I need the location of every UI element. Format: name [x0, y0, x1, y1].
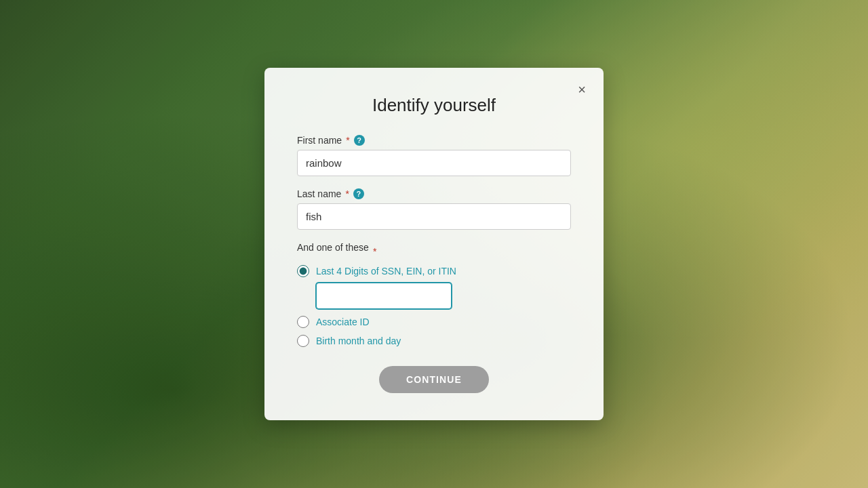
one-of-these-group: And one of these * Last 4 Digits of SSN,… — [297, 242, 571, 347]
first-name-label-row: First name * ? — [297, 135, 571, 146]
first-name-help-icon[interactable]: ? — [354, 135, 365, 146]
last-name-required: * — [345, 188, 349, 199]
one-of-these-label-row: And one of these * — [297, 242, 571, 261]
last-name-label: Last name — [297, 188, 341, 199]
associate-id-radio-label: Associate ID — [316, 317, 370, 327]
first-name-group: First name * ? — [297, 135, 571, 176]
modal-backdrop: × Identify yourself First name * ? Last … — [0, 0, 868, 488]
modal-container: × Identify yourself First name * ? Last … — [264, 68, 604, 420]
ssn-radio-label: Last 4 Digits of SSN, EIN, or ITIN — [316, 266, 456, 277]
ssn-radio-item[interactable]: Last 4 Digits of SSN, EIN, or ITIN — [297, 265, 571, 277]
ssn-radio-input[interactable] — [297, 265, 309, 277]
first-name-required: * — [346, 135, 349, 146]
birth-month-day-radio-item[interactable]: Birth month and day — [297, 335, 571, 347]
first-name-label: First name — [297, 135, 342, 146]
birth-month-day-radio-label: Birth month and day — [316, 336, 401, 346]
birth-month-day-radio-input[interactable] — [297, 335, 309, 347]
radio-group: Last 4 Digits of SSN, EIN, or ITIN Assoc… — [297, 265, 571, 347]
first-name-input[interactable] — [297, 150, 571, 176]
one-of-these-label: And one of these — [297, 242, 369, 253]
last-name-group: Last name * ? — [297, 188, 571, 230]
last-name-help-icon[interactable]: ? — [353, 188, 364, 199]
modal-title: Identify yourself — [297, 95, 571, 116]
associate-id-radio-item[interactable]: Associate ID — [297, 316, 571, 328]
one-of-these-required: * — [373, 246, 376, 257]
associate-id-radio-input[interactable] — [297, 316, 309, 328]
ssn-input-wrapper — [316, 283, 571, 309]
close-button[interactable]: × — [571, 79, 593, 100]
continue-button[interactable]: CONTINUE — [379, 366, 489, 393]
last-name-label-row: Last name * ? — [297, 188, 571, 199]
ssn-digits-input[interactable] — [316, 283, 452, 309]
last-name-input[interactable] — [297, 203, 571, 230]
ssn-option: Last 4 Digits of SSN, EIN, or ITIN — [297, 265, 571, 309]
